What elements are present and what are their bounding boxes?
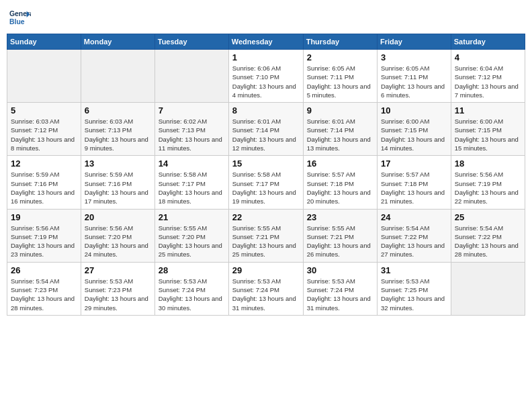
day-info: Sunrise: 5:56 AM Sunset: 7:19 PM Dayligh… [11, 224, 77, 259]
day-number: 13 [85, 158, 151, 169]
day-number: 9 [307, 105, 373, 116]
day-cell: 18Sunrise: 5:56 AM Sunset: 7:19 PM Dayli… [451, 156, 525, 209]
week-row-1: 1Sunrise: 6:06 AM Sunset: 7:10 PM Daylig… [7, 50, 525, 103]
day-cell [154, 50, 228, 103]
day-info: Sunrise: 5:53 AM Sunset: 7:24 PM Dayligh… [232, 277, 300, 312]
day-cell: 2Sunrise: 6:05 AM Sunset: 7:11 PM Daylig… [303, 50, 377, 103]
day-info: Sunrise: 6:03 AM Sunset: 7:12 PM Dayligh… [11, 117, 77, 152]
day-number: 24 [381, 212, 447, 222]
day-cell: 19Sunrise: 5:56 AM Sunset: 7:19 PM Dayli… [7, 209, 81, 262]
day-number: 6 [85, 105, 151, 116]
day-cell: 11Sunrise: 6:00 AM Sunset: 7:15 PM Dayli… [451, 103, 525, 156]
day-cell: 14Sunrise: 5:58 AM Sunset: 7:17 PM Dayli… [154, 156, 228, 209]
day-info: Sunrise: 6:00 AM Sunset: 7:15 PM Dayligh… [381, 117, 447, 152]
week-row-2: 5Sunrise: 6:03 AM Sunset: 7:12 PM Daylig… [7, 103, 525, 156]
day-number: 29 [232, 265, 300, 275]
day-info: Sunrise: 5:56 AM Sunset: 7:19 PM Dayligh… [455, 170, 521, 205]
day-number: 8 [232, 105, 300, 116]
day-cell: 26Sunrise: 5:54 AM Sunset: 7:23 PM Dayli… [7, 262, 81, 315]
day-cell: 27Sunrise: 5:53 AM Sunset: 7:23 PM Dayli… [81, 262, 154, 315]
weekday-thursday: Thursday [303, 34, 377, 50]
day-cell: 5Sunrise: 6:03 AM Sunset: 7:12 PM Daylig… [7, 103, 81, 156]
day-info: Sunrise: 5:55 AM Sunset: 7:21 PM Dayligh… [232, 224, 300, 259]
day-info: Sunrise: 6:05 AM Sunset: 7:11 PM Dayligh… [307, 64, 373, 99]
day-cell: 16Sunrise: 5:57 AM Sunset: 7:18 PM Dayli… [303, 156, 377, 209]
day-number: 30 [307, 265, 373, 275]
day-cell [7, 50, 81, 103]
day-cell: 31Sunrise: 5:53 AM Sunset: 7:25 PM Dayli… [377, 262, 451, 315]
day-info: Sunrise: 5:53 AM Sunset: 7:25 PM Dayligh… [381, 277, 447, 312]
day-number: 4 [455, 52, 521, 62]
day-info: Sunrise: 5:56 AM Sunset: 7:20 PM Dayligh… [85, 224, 151, 259]
day-cell: 9Sunrise: 6:01 AM Sunset: 7:14 PM Daylig… [303, 103, 377, 156]
day-info: Sunrise: 5:58 AM Sunset: 7:17 PM Dayligh… [232, 170, 300, 205]
day-info: Sunrise: 5:53 AM Sunset: 7:23 PM Dayligh… [85, 277, 151, 312]
day-info: Sunrise: 5:58 AM Sunset: 7:17 PM Dayligh… [159, 170, 225, 205]
day-info: Sunrise: 6:01 AM Sunset: 7:14 PM Dayligh… [307, 117, 373, 152]
day-info: Sunrise: 5:59 AM Sunset: 7:16 PM Dayligh… [85, 170, 151, 205]
day-cell: 3Sunrise: 6:05 AM Sunset: 7:11 PM Daylig… [377, 50, 451, 103]
logo-icon: General Blue [9, 7, 31, 28]
weekday-wednesday: Wednesday [228, 34, 303, 50]
day-number: 23 [307, 212, 373, 222]
day-info: Sunrise: 5:54 AM Sunset: 7:22 PM Dayligh… [455, 224, 521, 259]
calendar-table: SundayMondayTuesdayWednesdayThursdayFrid… [7, 34, 525, 316]
day-info: Sunrise: 5:57 AM Sunset: 7:18 PM Dayligh… [307, 170, 373, 205]
day-cell [81, 50, 154, 103]
day-info: Sunrise: 5:57 AM Sunset: 7:18 PM Dayligh… [381, 170, 447, 205]
day-cell: 22Sunrise: 5:55 AM Sunset: 7:21 PM Dayli… [228, 209, 303, 262]
day-cell: 13Sunrise: 5:59 AM Sunset: 7:16 PM Dayli… [81, 156, 154, 209]
weekday-tuesday: Tuesday [154, 34, 228, 50]
day-number: 25 [455, 212, 521, 222]
page-header: General Blue [7, 7, 525, 28]
day-number: 17 [381, 158, 447, 169]
day-cell: 25Sunrise: 5:54 AM Sunset: 7:22 PM Dayli… [451, 209, 525, 262]
week-row-3: 12Sunrise: 5:59 AM Sunset: 7:16 PM Dayli… [7, 156, 525, 209]
day-cell: 12Sunrise: 5:59 AM Sunset: 7:16 PM Dayli… [7, 156, 81, 209]
day-cell: 21Sunrise: 5:55 AM Sunset: 7:20 PM Dayli… [154, 209, 228, 262]
day-cell: 8Sunrise: 6:01 AM Sunset: 7:14 PM Daylig… [228, 103, 303, 156]
week-row-5: 26Sunrise: 5:54 AM Sunset: 7:23 PM Dayli… [7, 262, 525, 315]
day-number: 21 [159, 212, 225, 222]
day-info: Sunrise: 6:00 AM Sunset: 7:15 PM Dayligh… [455, 117, 521, 152]
day-number: 18 [455, 158, 521, 169]
day-number: 27 [85, 265, 151, 275]
day-info: Sunrise: 6:06 AM Sunset: 7:10 PM Dayligh… [232, 64, 300, 99]
day-info: Sunrise: 5:53 AM Sunset: 7:24 PM Dayligh… [159, 277, 225, 312]
day-cell: 30Sunrise: 5:53 AM Sunset: 7:24 PM Dayli… [303, 262, 377, 315]
weekday-friday: Friday [377, 34, 451, 50]
day-number: 19 [11, 212, 77, 222]
day-number: 15 [232, 158, 300, 169]
day-number: 28 [159, 265, 225, 275]
day-info: Sunrise: 5:55 AM Sunset: 7:21 PM Dayligh… [307, 224, 373, 259]
day-number: 10 [381, 105, 447, 116]
weekday-monday: Monday [81, 34, 154, 50]
day-number: 1 [232, 52, 300, 62]
day-info: Sunrise: 6:02 AM Sunset: 7:13 PM Dayligh… [159, 117, 225, 152]
day-number: 16 [307, 158, 373, 169]
day-cell: 4Sunrise: 6:04 AM Sunset: 7:12 PM Daylig… [451, 50, 525, 103]
weekday-sunday: Sunday [7, 34, 81, 50]
day-number: 20 [85, 212, 151, 222]
weekday-saturday: Saturday [451, 34, 525, 50]
day-number: 3 [381, 52, 447, 62]
week-row-4: 19Sunrise: 5:56 AM Sunset: 7:19 PM Dayli… [7, 209, 525, 262]
day-cell: 15Sunrise: 5:58 AM Sunset: 7:17 PM Dayli… [228, 156, 303, 209]
day-info: Sunrise: 5:54 AM Sunset: 7:23 PM Dayligh… [11, 277, 77, 312]
day-cell: 20Sunrise: 5:56 AM Sunset: 7:20 PM Dayli… [81, 209, 154, 262]
day-cell: 7Sunrise: 6:02 AM Sunset: 7:13 PM Daylig… [154, 103, 228, 156]
day-info: Sunrise: 5:59 AM Sunset: 7:16 PM Dayligh… [11, 170, 77, 205]
logo: General Blue [9, 7, 31, 28]
day-number: 31 [381, 265, 447, 275]
day-cell: 23Sunrise: 5:55 AM Sunset: 7:21 PM Dayli… [303, 209, 377, 262]
day-number: 14 [159, 158, 225, 169]
day-cell: 24Sunrise: 5:54 AM Sunset: 7:22 PM Dayli… [377, 209, 451, 262]
svg-text:Blue: Blue [9, 18, 25, 26]
day-number: 12 [11, 158, 77, 169]
day-info: Sunrise: 5:54 AM Sunset: 7:22 PM Dayligh… [381, 224, 447, 259]
day-number: 2 [307, 52, 373, 62]
day-info: Sunrise: 5:55 AM Sunset: 7:20 PM Dayligh… [159, 224, 225, 259]
calendar-body: 1Sunrise: 6:06 AM Sunset: 7:10 PM Daylig… [7, 50, 525, 316]
day-number: 26 [11, 265, 77, 275]
day-cell: 17Sunrise: 5:57 AM Sunset: 7:18 PM Dayli… [377, 156, 451, 209]
